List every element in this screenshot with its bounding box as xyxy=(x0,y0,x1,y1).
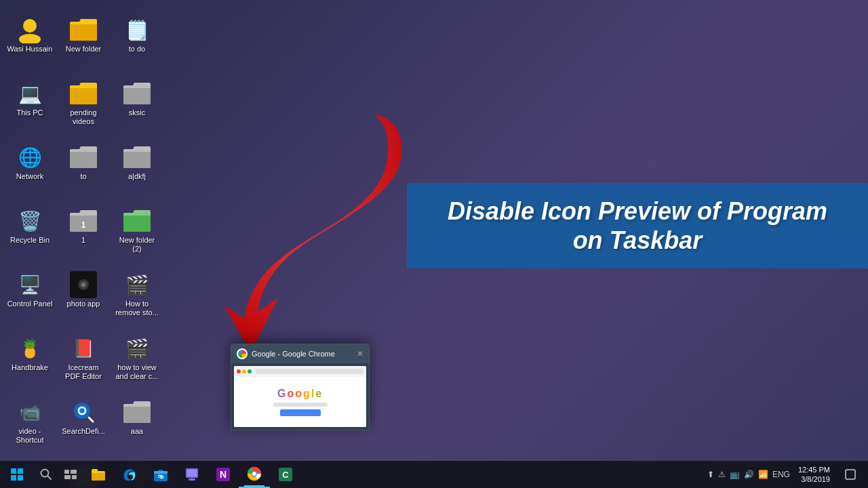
icon-handbrake[interactable]: 🍍 Handbrake xyxy=(5,331,54,392)
folder-1-icon: 1 xyxy=(70,207,97,235)
banner-text: Disable Icon Preview of Program on Taskb… xyxy=(434,197,841,255)
svg-rect-33 xyxy=(846,470,855,479)
icon-label-control-panel: Control Panel xyxy=(7,300,53,308)
svg-text:1: 1 xyxy=(81,220,86,230)
icon-new-folder-1[interactable]: New folder xyxy=(59,12,108,73)
to-icon xyxy=(70,144,97,171)
svg-point-0 xyxy=(23,19,37,33)
svg-point-6 xyxy=(82,283,85,286)
task-view-button[interactable] xyxy=(58,461,83,488)
svg-point-30 xyxy=(252,472,256,476)
taskbar-app-file-explorer[interactable] xyxy=(83,461,114,488)
snip-icon xyxy=(184,467,199,482)
icon-searchdefi[interactable]: SearchDefi... xyxy=(59,394,108,455)
icon-label-how-to-remove: How to remove sto... xyxy=(114,300,160,317)
icon-new-folder-2[interactable]: New folder (2) xyxy=(113,203,161,264)
icon-label-pending-videos: pending videos xyxy=(60,108,106,126)
tray-alert-icon[interactable]: ⚠ xyxy=(718,470,726,479)
icon-label-searchdefi: SearchDefi... xyxy=(62,427,105,436)
chrome-icon xyxy=(247,466,262,481)
file-explorer-icon xyxy=(91,468,106,481)
icon-video-shortcut[interactable]: 📹 video - Shortcut xyxy=(5,394,54,455)
icon-to[interactable]: to xyxy=(59,140,108,201)
svg-rect-18 xyxy=(72,475,77,479)
search-icon xyxy=(40,468,52,481)
instructional-arrow xyxy=(224,108,414,348)
icon-this-pc[interactable]: 💻 This PC xyxy=(5,76,54,137)
chrome-preview-content: Google xyxy=(234,377,366,427)
tray-volume-icon[interactable]: 🔊 xyxy=(744,470,754,479)
icon-label-to-do: to do xyxy=(129,45,145,54)
chrome-taskbar-preview[interactable]: Google - Google Chrome ✕ Google xyxy=(231,344,370,430)
icon-label-new-folder-1: New folder xyxy=(66,45,102,54)
windows-logo xyxy=(11,468,23,481)
handbrake-icon: 🍍 xyxy=(16,335,43,362)
camtasia-icon: C xyxy=(278,467,293,482)
desktop: Wasi Hussain New folder 🗒️ to do 💻 This … xyxy=(0,0,868,461)
icon-photo-app[interactable]: photo app xyxy=(59,267,108,328)
svg-rect-25 xyxy=(191,478,193,479)
svg-rect-16 xyxy=(71,470,77,474)
chrome-address-bar xyxy=(256,369,363,374)
svg-rect-15 xyxy=(64,470,69,474)
svg-rect-17 xyxy=(64,475,71,479)
action-center-button[interactable] xyxy=(838,461,863,488)
icon-aaa[interactable]: aaa xyxy=(113,394,161,455)
notification-icon xyxy=(845,469,856,480)
icon-control-panel[interactable]: 🖥️ Control Panel xyxy=(5,267,54,328)
chrome-preview-title: Google - Google Chrome xyxy=(252,350,353,358)
icon-label-icecream-pdf: Icecream PDF Editor xyxy=(60,363,106,381)
tray-display-icon[interactable]: 📺 xyxy=(730,470,740,479)
icon-label-sksic: sksic xyxy=(129,108,145,117)
chrome-preview-close-button[interactable]: ✕ xyxy=(357,349,363,359)
icon-recycle-bin[interactable]: 🗑️ Recycle Bin xyxy=(5,203,54,264)
taskbar-app-edge[interactable] xyxy=(114,461,145,488)
icon-network[interactable]: 🌐 Network xyxy=(5,140,54,201)
taskbar-app-camtasia[interactable]: C xyxy=(270,461,301,488)
control-panel-icon: 🖥️ xyxy=(16,271,43,298)
google-logo-preview: Google xyxy=(273,388,328,400)
taskbar-apps: 🛍 N xyxy=(83,461,702,488)
svg-text:N: N xyxy=(220,469,226,480)
taskbar-app-onenote[interactable]: N xyxy=(208,461,239,488)
chrome-preview-body: Google xyxy=(234,366,366,427)
system-tray: ⬆ ⚠ 📺 🔊 📶 ENG 12:45 PM 3/8/2019 xyxy=(702,461,868,488)
win-logo-q3 xyxy=(11,475,16,481)
taskbar-app-chrome[interactable] xyxy=(239,461,270,488)
icon-icecream-pdf[interactable]: 📕 Icecream PDF Editor xyxy=(59,331,108,392)
clock-date: 3/8/2019 xyxy=(801,474,830,484)
icon-how-to-view[interactable]: 🎬 how to view and clear c... xyxy=(113,331,161,392)
icon-sksic[interactable]: sksic xyxy=(113,76,161,137)
svg-point-1 xyxy=(19,34,41,43)
icon-to-do[interactable]: 🗒️ to do xyxy=(113,12,161,73)
icon-label-aldkfj: a|dkfj xyxy=(128,172,146,181)
taskbar-app-snip[interactable] xyxy=(176,461,208,488)
chrome-close-dot xyxy=(237,369,241,373)
icon-label-wasi-hussain: Wasi Hussain xyxy=(7,45,53,54)
taskbar-app-store[interactable]: 🛍 xyxy=(145,461,176,488)
start-button[interactable] xyxy=(0,461,34,488)
search-bar-preview xyxy=(273,403,328,407)
new-folder-2-icon xyxy=(123,207,151,235)
icon-wasi-hussain[interactable]: Wasi Hussain xyxy=(5,12,54,73)
icon-label-handbrake: Handbrake xyxy=(12,363,48,372)
chrome-preview-favicon xyxy=(237,348,248,359)
search-btn-preview xyxy=(280,409,321,416)
tray-arrow-icon[interactable]: ⬆ xyxy=(707,470,714,479)
tray-network-icon[interactable]: 📶 xyxy=(758,470,768,479)
icon-label-photo-app: photo app xyxy=(67,300,100,308)
tray-lang-label[interactable]: ENG xyxy=(772,470,790,479)
win-logo-q4 xyxy=(18,475,23,481)
pending-videos-icon xyxy=(70,80,97,107)
taskbar-search-button[interactable] xyxy=(34,461,58,488)
chrome-minimize-dot xyxy=(242,369,246,373)
icon-how-to-remove[interactable]: 🎬 How to remove sto... xyxy=(113,267,161,328)
win-logo-q1 xyxy=(11,468,16,474)
icon-folder-1[interactable]: 1 1 xyxy=(59,203,108,264)
icon-pending-videos[interactable]: pending videos xyxy=(59,76,108,137)
desktop-icons-grid: Wasi Hussain New folder 🗒️ to do 💻 This … xyxy=(0,7,169,488)
taskbar-clock[interactable]: 12:45 PM 3/8/2019 xyxy=(798,465,830,485)
icon-aldkfj[interactable]: a|dkfj xyxy=(113,140,161,201)
svg-rect-23 xyxy=(187,470,197,476)
svg-line-14 xyxy=(47,476,51,479)
